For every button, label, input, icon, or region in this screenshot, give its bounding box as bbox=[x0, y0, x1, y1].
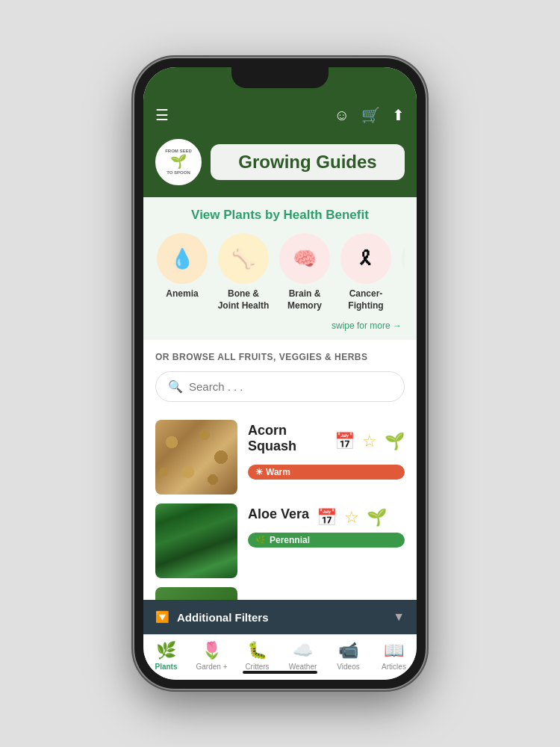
warm-icon: ✳ bbox=[255, 467, 263, 477]
nav-item-articles[interactable]: 📖 Articles bbox=[371, 641, 417, 671]
weather-nav-label: Weather bbox=[289, 663, 317, 671]
star-icon-acorn[interactable]: ☆ bbox=[362, 432, 377, 451]
plants-nav-label: Plants bbox=[155, 663, 177, 671]
search-input[interactable] bbox=[189, 380, 392, 393]
critters-nav-label: Critters bbox=[245, 663, 269, 671]
videos-nav-label: Videos bbox=[337, 663, 359, 671]
filter-funnel-icon: 🔽 bbox=[155, 610, 169, 624]
calendar-icon-aloe[interactable]: 📅 bbox=[317, 508, 337, 527]
menu-icon[interactable]: ☰ bbox=[155, 106, 169, 124]
nav-item-weather[interactable]: ☁️ Weather bbox=[280, 641, 326, 671]
health-chips: 💧 Anemia 🦴 Bone & Joint Health 🧠 Brain &… bbox=[155, 233, 405, 317]
warm-badge-acorn: ✳ Warm bbox=[248, 465, 405, 480]
plant-image-acorn-squash bbox=[155, 420, 237, 495]
calendar-icon-acorn[interactable]: 📅 bbox=[335, 432, 355, 451]
plant-name-acorn: Acorn Squash bbox=[248, 423, 327, 454]
browse-section: OR BROWSE ALL FRUITS, VEGGIES & HERBS 🔍 bbox=[143, 340, 417, 420]
chip-brain-label: Brain & Memory bbox=[278, 288, 332, 311]
garden-nav-label: Garden + bbox=[196, 663, 228, 671]
logo-text-bottom: TO SPOON bbox=[165, 170, 192, 176]
plants-nav-icon: 🌿 bbox=[156, 641, 176, 660]
smile-icon[interactable]: ☺ bbox=[335, 107, 349, 124]
health-title: View Plants by Health Benefit bbox=[155, 208, 405, 223]
chip-bone[interactable]: 🦴 Bone & Joint Health bbox=[217, 233, 270, 311]
plant-info-acorn-squash: Acorn Squash 📅 ☆ 🌱 ✳ Warm bbox=[248, 420, 405, 480]
garden-nav-icon: 🌷 bbox=[202, 641, 222, 660]
critters-nav-icon: 🐛 bbox=[247, 641, 267, 660]
plant-item-acorn-squash[interactable]: Acorn Squash 📅 ☆ 🌱 ✳ Warm bbox=[155, 420, 405, 495]
chip-anemia-label: Anemia bbox=[166, 288, 198, 300]
chip-bone-label: Bone & Joint Health bbox=[217, 288, 270, 311]
swipe-hint: swipe for more → bbox=[155, 320, 405, 331]
phone-frame: ☰ ☺ 🛒 ⬆ FROM SEED 🌱 TO SPOON Growing Gui… bbox=[134, 58, 426, 689]
chip-cancer-label: Cancer-Fighting bbox=[339, 288, 393, 311]
logo: FROM SEED 🌱 TO SPOON bbox=[155, 139, 202, 185]
nav-item-plants[interactable]: 🌿 Plants bbox=[143, 641, 189, 671]
filters-bar[interactable]: 🔽 Additional Filters ▼ bbox=[143, 600, 417, 634]
weather-nav-icon: ☁️ bbox=[293, 641, 313, 660]
chip-more[interactable]: D bbox=[400, 233, 405, 311]
notch bbox=[231, 67, 329, 88]
plant-image-partial bbox=[155, 587, 237, 600]
articles-nav-label: Articles bbox=[382, 663, 406, 671]
plant-list: Acorn Squash 📅 ☆ 🌱 ✳ Warm bbox=[143, 420, 417, 600]
share-icon[interactable]: ⬆ bbox=[392, 106, 405, 124]
home-indicator bbox=[243, 671, 317, 674]
star-icon-aloe[interactable]: ☆ bbox=[344, 508, 359, 527]
chip-bone-circle: 🦴 bbox=[218, 233, 269, 284]
chip-anemia[interactable]: 💧 Anemia bbox=[155, 233, 209, 311]
chip-brain-circle: 🧠 bbox=[279, 233, 330, 284]
health-section: View Plants by Health Benefit 💧 Anemia 🦴… bbox=[143, 197, 417, 340]
logo-icon: 🌱 bbox=[165, 154, 192, 170]
articles-nav-icon: 📖 bbox=[384, 641, 404, 660]
videos-nav-icon: 📹 bbox=[338, 641, 358, 660]
browse-label: OR BROWSE ALL FRUITS, VEGGIES & HERBS bbox=[155, 352, 405, 362]
filters-left: 🔽 Additional Filters bbox=[155, 610, 269, 624]
nav-item-garden[interactable]: 🌷 Garden + bbox=[189, 641, 234, 671]
plant-item-aloe-vera[interactable]: Aloe Vera 📅 ☆ 🌱 🌿 Perennial bbox=[155, 503, 405, 578]
chip-brain[interactable]: 🧠 Brain & Memory bbox=[278, 233, 332, 311]
chip-cancer-circle: 🎗 bbox=[340, 233, 391, 284]
search-bar[interactable]: 🔍 bbox=[155, 371, 405, 402]
sprout-icon-acorn[interactable]: 🌱 bbox=[385, 432, 405, 451]
plant-name-row-aloe: Aloe Vera 📅 ☆ 🌱 bbox=[248, 506, 405, 528]
plant-info-aloe-vera: Aloe Vera 📅 ☆ 🌱 🌿 Perennial bbox=[248, 503, 405, 548]
main-content: View Plants by Health Benefit 💧 Anemia 🦴… bbox=[143, 197, 417, 600]
header: ☰ ☺ 🛒 ⬆ bbox=[143, 100, 417, 131]
perennial-badge-aloe: 🌿 Perennial bbox=[248, 533, 405, 548]
plant-name-aloe: Aloe Vera bbox=[248, 506, 309, 522]
search-icon: 🔍 bbox=[168, 379, 183, 394]
phone-screen: ☰ ☺ 🛒 ⬆ FROM SEED 🌱 TO SPOON Growing Gui… bbox=[143, 67, 417, 680]
chip-more-circle: D bbox=[402, 233, 405, 284]
plant-image-aloe-vera bbox=[155, 503, 237, 578]
banner: FROM SEED 🌱 TO SPOON Growing Guides bbox=[143, 131, 417, 197]
sprout-icon-aloe[interactable]: 🌱 bbox=[367, 508, 387, 527]
warm-label: Warm bbox=[266, 467, 290, 477]
filters-label: Additional Filters bbox=[177, 611, 269, 624]
perennial-icon: 🌿 bbox=[255, 535, 267, 545]
banner-title: Growing Guides bbox=[211, 144, 405, 180]
plant-item-partial[interactable] bbox=[155, 587, 405, 600]
chip-anemia-circle: 💧 bbox=[157, 233, 208, 284]
nav-item-videos[interactable]: 📹 Videos bbox=[326, 641, 371, 671]
plant-name-row-acorn: Acorn Squash 📅 ☆ 🌱 bbox=[248, 423, 405, 460]
cart-icon[interactable]: 🛒 bbox=[361, 106, 380, 124]
chip-cancer[interactable]: 🎗 Cancer-Fighting bbox=[339, 233, 393, 311]
perennial-label: Perennial bbox=[270, 535, 310, 545]
chevron-down-icon: ▼ bbox=[393, 610, 405, 624]
nav-item-critters[interactable]: 🐛 Critters bbox=[234, 641, 280, 671]
header-right-icons: ☺ 🛒 ⬆ bbox=[335, 106, 405, 124]
